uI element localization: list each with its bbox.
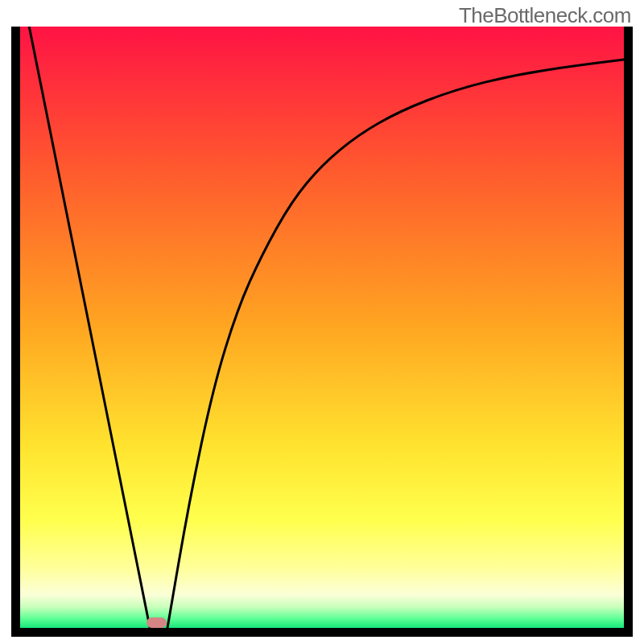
watermark-text: TheBottleneck.com xyxy=(459,3,631,28)
chart-curve xyxy=(20,27,624,628)
chart-frame xyxy=(11,27,633,637)
optimal-point-marker xyxy=(147,617,167,628)
